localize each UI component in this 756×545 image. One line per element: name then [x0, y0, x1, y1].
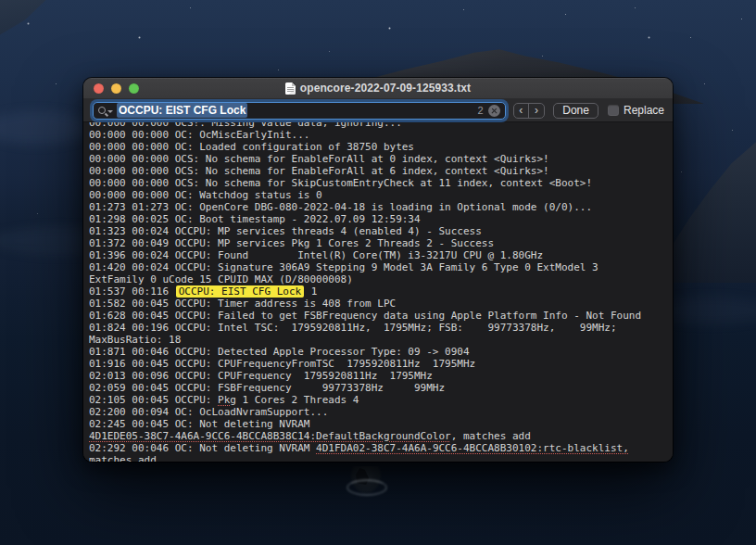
clear-search-icon[interactable]	[488, 105, 500, 117]
log-line: 01:323 00:024 OCCPU: MP services threads…	[89, 225, 673, 237]
log-line: 01:298 00:025 OC: Boot timestamp - 2022.…	[89, 213, 673, 225]
traffic-lights	[94, 78, 139, 98]
log-line: 00:000 00:000 OCS: No schema for SkipCus…	[89, 177, 673, 189]
log-text[interactable]: 00:000 00:000 OCS!: Missing value data, …	[83, 122, 673, 462]
log-line: 02:059 00:045 OCCPU: FSBFrequency 997733…	[89, 382, 673, 394]
log-line: 01:537 00:116 OCCPU: EIST CFG Lock 1	[89, 285, 673, 298]
log-line: 01:871 00:046 OCCPU: Detected Apple Proc…	[89, 346, 673, 358]
document-icon	[285, 82, 296, 95]
log-line: 02:292 00:046 OC: Not deleting NVRAM 4D1…	[89, 442, 673, 454]
chevron-down-icon	[107, 110, 113, 113]
log-line: MaxBusRatio: 18	[89, 334, 673, 346]
close-button[interactable]	[94, 83, 104, 94]
find-previous-button[interactable]: ‹	[514, 104, 529, 118]
sea-rock	[350, 466, 382, 494]
done-button[interactable]: Done	[553, 103, 598, 119]
window-titlebar[interactable]: opencore-2022-07-09-125933.txt	[83, 78, 673, 99]
log-line: 01:372 00:049 OCCPU: MP services Pkg 1 C…	[89, 237, 673, 249]
log-line: 01:824 00:196 OCCPU: Intel TSC: 17959208…	[89, 322, 673, 334]
log-line: ExtFamily 0 uCode 15 CPUID MAX (D/800000…	[89, 273, 673, 285]
log-line: 00:000 00:000 OCS: No schema for EnableF…	[89, 165, 673, 177]
log-line: 00:000 00:000 OC: Watchdog status is 0	[89, 189, 673, 201]
log-line: 4D1EDE05-38C7-4A6A-9CC6-4BCCA8B38C14:Def…	[89, 430, 673, 442]
log-line: 01:420 00:024 OCCPU: Signature 306A9 Ste…	[89, 261, 673, 273]
find-bar: OCCPU: EIST CFG Lock 2 ‹ › Done Replace	[83, 99, 673, 122]
mountain-silhouette-left	[0, 0, 83, 44]
log-line: 02:200 00:094 OC: OcLoadNvramSupport...	[89, 406, 673, 418]
log-line: 02:013 00:096 OCCPU: CPUFrequency 179592…	[89, 370, 673, 382]
minimize-button[interactable]	[111, 83, 121, 94]
find-next-button[interactable]: ›	[529, 104, 544, 118]
log-line: 01:273 01:273 OC: OpenCore DBG-080-2022-…	[89, 201, 673, 213]
log-line: 01:396 00:024 OCCPU: Found Intel(R) Core…	[89, 249, 673, 261]
replace-label: Replace	[624, 104, 664, 117]
log-line: 00:000 00:000 OC: OcMiscEarlyInit...	[89, 129, 673, 141]
log-line: 02:105 00:045 OCCPU: Pkg 1 Cores 2 Threa…	[89, 394, 673, 406]
find-navigation: ‹ ›	[513, 103, 546, 119]
log-line: matches add	[89, 454, 673, 462]
window-title: opencore-2022-07-09-125933.txt	[300, 82, 471, 95]
texteditor-window: opencore-2022-07-09-125933.txt OCCPU: EI…	[83, 78, 673, 462]
zoom-button[interactable]	[129, 83, 139, 94]
log-line: 02:245 00:045 OC: Not deleting NVRAM	[89, 418, 673, 430]
log-line: 00:000 00:000 OCS: No schema for EnableF…	[89, 153, 673, 165]
log-line: 00:000 00:000 OC: Loaded configuration o…	[89, 141, 673, 153]
log-line: 01:628 00:045 OCCPU: Failed to get FSBFr…	[89, 310, 673, 322]
log-line: 00:000 00:000 OCS!: Missing value data, …	[89, 122, 673, 129]
match-count: 2	[477, 105, 483, 116]
log-line: 01:582 00:045 OCCPU: Timer address is 40…	[89, 298, 673, 310]
replace-checkbox[interactable]	[608, 105, 619, 116]
search-icon[interactable]	[98, 107, 113, 114]
find-search-input[interactable]: OCCPU: EIST CFG Lock 2	[93, 102, 506, 120]
replace-toggle: Replace	[608, 104, 664, 117]
cloud	[0, 111, 93, 145]
log-line: 01:916 00:045 OCCPU: CPUFrequencyFromTSC…	[89, 358, 673, 370]
search-query-text: OCCPU: EIST CFG Lock	[117, 103, 247, 118]
title-group: opencore-2022-07-09-125933.txt	[285, 82, 471, 95]
